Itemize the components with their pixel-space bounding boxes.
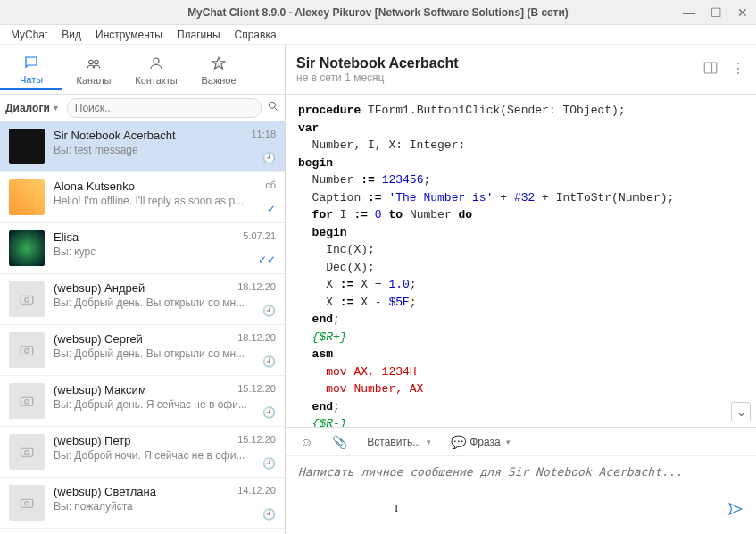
menu-plugins[interactable]: Плагины	[170, 27, 228, 43]
chat-item-status-icon: ✓	[267, 203, 276, 215]
tab-chats-label: Чаты	[20, 74, 43, 85]
smile-icon: ☺	[300, 435, 312, 449]
scroll-down-button[interactable]: ⌄	[731, 402, 751, 421]
chevron-down-icon[interactable]: ▾	[54, 103, 58, 113]
panel-toggle-icon[interactable]	[702, 60, 719, 79]
chat-item-name: Alona Kutsenko	[54, 179, 276, 193]
chat-item[interactable]: (websup) АлександрВы: Добрый день. О чём…	[0, 529, 285, 534]
chat-item[interactable]: (websup) СергейВы: Добрый день. Вы откры…	[0, 325, 285, 376]
chat-item-time: сб	[265, 179, 276, 190]
avatar	[9, 129, 45, 164]
menubar: MyChat Вид Инструменты Плагины Справка	[0, 25, 756, 45]
chat-item[interactable]: Alona KutsenkoHello! I'm offline. I'll r…	[0, 172, 285, 223]
tab-channels[interactable]: Каналы	[62, 50, 125, 89]
left-panel: Чаты Каналы Контакты Важное Диалоги ▾ Si…	[0, 45, 286, 534]
chat-list[interactable]: Sir Notebook AcerbachtВы: test message11…	[0, 121, 285, 534]
svg-point-0	[89, 60, 94, 64]
svg-point-7	[25, 349, 29, 354]
avatar	[9, 485, 45, 521]
svg-rect-10	[21, 448, 33, 456]
chat-item-status-icon: 🕘	[262, 406, 276, 419]
chat-item-status-icon: 🕘	[262, 508, 276, 521]
svg-point-3	[269, 102, 275, 108]
phrase-label: Фраза	[469, 436, 501, 448]
chat-item[interactable]: (websup) АндрейВы: Добрый день. Вы откры…	[0, 274, 285, 325]
chat-item[interactable]: Sir Notebook AcerbachtВы: test message11…	[0, 121, 285, 172]
chat-title: Sir Notebook Acerbacht	[296, 55, 459, 71]
menu-tools[interactable]: Инструменты	[88, 27, 170, 43]
svg-point-5	[25, 298, 29, 303]
insert-button[interactable]: Вставить... ▾	[361, 433, 436, 451]
chevron-down-icon: ▾	[427, 438, 431, 446]
avatar	[9, 434, 45, 470]
chat-item-preview: Вы: Доброй ночи. Я сейчас не в офи...	[54, 449, 276, 462]
chats-icon	[23, 53, 39, 72]
chat-item-preview: Вы: пожалуйста	[54, 500, 276, 513]
minimize-button[interactable]: —	[676, 0, 702, 25]
chat-item-preview: Вы: test message	[54, 144, 276, 156]
chat-item-preview: Вы: Добрый день. Я сейчас не в офи...	[54, 398, 276, 411]
svg-point-9	[25, 400, 29, 405]
tab-channels-label: Каналы	[76, 75, 111, 86]
chat-item-preview: Вы: курс	[54, 246, 276, 258]
chat-item-name: Sir Notebook Acerbacht	[54, 129, 276, 142]
chat-item[interactable]: (websup) ПетрВы: Доброй ночи. Я сейчас н…	[0, 427, 285, 478]
avatar	[9, 383, 45, 419]
close-button[interactable]: ✕	[729, 0, 756, 25]
svg-rect-4	[21, 296, 33, 304]
right-panel: Sir Notebook Acerbacht не в сети 1 месяц…	[286, 45, 756, 534]
messages-area[interactable]: procedure TForm1.Button1Click(Sender: TO…	[286, 95, 756, 427]
chat-item-time: 5.07.21	[243, 230, 276, 241]
menu-mychat[interactable]: MyChat	[4, 27, 54, 43]
contacts-icon	[148, 54, 164, 73]
window-title: MyChat Client 8.9.0 - Alexey Pikurov [Ne…	[187, 6, 569, 19]
message-input[interactable]	[298, 465, 744, 525]
main-toolbar: Чаты Каналы Контакты Важное	[0, 45, 285, 95]
svg-point-11	[25, 451, 29, 455]
text-cursor: I	[395, 501, 398, 515]
chat-item-preview: Вы: Добрый день. Вы открыли со мн...	[54, 296, 276, 309]
chat-item-preview: Hello! I'm offline. I'll reply as soon a…	[54, 195, 276, 207]
chat-item-time: 14.12.20	[237, 485, 276, 496]
chat-item[interactable]: (websup) СветланаВы: пожалуйста14.12.20🕘	[0, 478, 285, 529]
chat-header: Sir Notebook Acerbacht не в сети 1 месяц…	[286, 45, 756, 95]
avatar	[9, 281, 45, 317]
svg-point-13	[25, 502, 29, 506]
chat-item-status-icon: ✓✓	[258, 254, 276, 266]
send-button[interactable]	[727, 501, 744, 521]
phrase-icon: 💬	[451, 435, 466, 449]
attach-button[interactable]: 📎	[327, 432, 353, 452]
star-icon	[211, 54, 227, 73]
chat-item[interactable]: (websup) МаксимВы: Добрый день. Я сейчас…	[0, 376, 285, 427]
titlebar: MyChat Client 8.9.0 - Alexey Pikurov [Ne…	[0, 0, 756, 25]
svg-point-2	[154, 58, 159, 63]
tab-chats[interactable]: Чаты	[0, 49, 62, 90]
svg-rect-12	[21, 499, 33, 507]
chat-subtitle: не в сети 1 месяц	[296, 71, 459, 84]
dialogs-label[interactable]: Диалоги	[5, 102, 50, 114]
search-input[interactable]	[67, 98, 262, 118]
insert-label: Вставить...	[367, 436, 421, 448]
more-icon[interactable]: ⋮	[731, 60, 745, 79]
chat-item-time: 11:18	[251, 129, 276, 139]
paperclip-icon: 📎	[332, 435, 347, 449]
menu-view[interactable]: Вид	[54, 27, 88, 43]
emoji-button[interactable]: ☺	[295, 432, 318, 452]
maximize-button[interactable]: ☐	[702, 0, 729, 25]
channels-icon	[86, 54, 102, 73]
svg-point-1	[95, 60, 99, 64]
menu-help[interactable]: Справка	[228, 27, 284, 43]
svg-rect-8	[21, 397, 33, 405]
phrase-button[interactable]: 💬 Фраза ▾	[445, 432, 516, 452]
dialogs-bar: Диалоги ▾	[0, 95, 285, 121]
tab-contacts[interactable]: Контакты	[125, 50, 187, 89]
avatar	[9, 230, 45, 266]
chat-item[interactable]: ElisaВы: курс5.07.21✓✓	[0, 223, 285, 274]
chat-item-status-icon: 🕘	[262, 152, 276, 164]
chat-item-time: 18.12.20	[237, 332, 276, 343]
svg-rect-6	[21, 346, 33, 355]
search-icon[interactable]	[267, 100, 279, 115]
tab-important[interactable]: Важное	[187, 50, 250, 89]
chat-item-status-icon: 🕘	[262, 457, 276, 470]
avatar	[9, 332, 45, 368]
